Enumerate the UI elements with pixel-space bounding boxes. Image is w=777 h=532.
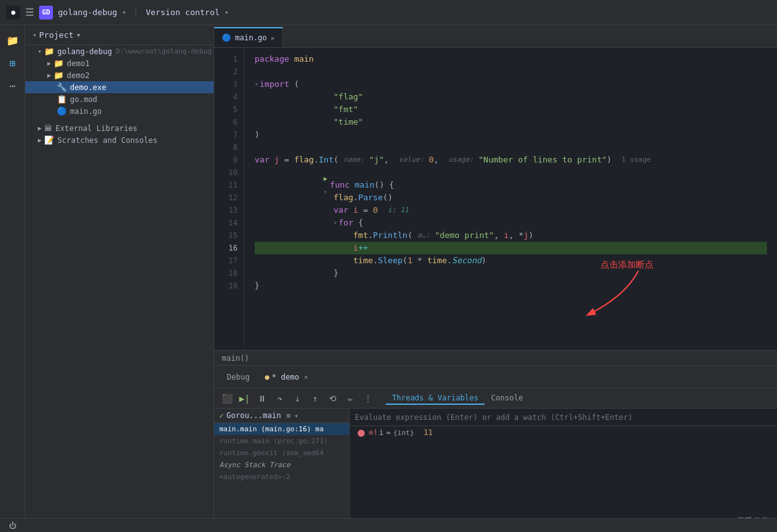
- ln-7: 7: [214, 128, 238, 141]
- var-indicator: ⊙!: [369, 428, 377, 437]
- thread-selector: ✓ Gorou...main ≡ ▾: [214, 409, 349, 423]
- nav-icon-structure[interactable]: ⊞: [3, 53, 23, 73]
- hamburger-icon[interactable]: ☰: [25, 6, 34, 18]
- folder-demo1-label: demo1: [67, 59, 89, 68]
- ln-2: 2: [214, 65, 238, 78]
- debug-step-over-button[interactable]: ↷: [272, 391, 287, 406]
- project-name[interactable]: golang-debug: [58, 8, 117, 17]
- tab-demo-close[interactable]: ✕: [304, 373, 308, 380]
- line-numbers: 1 2 3 4 5 6 7 8 9 10 11 12 13 14 15 16 1: [214, 48, 245, 350]
- debug-toolbar: ⬛ ▶| ⏸ ↷ ↓ ↑ ⟲ ✏ ⋮ Threads & Variables C…: [214, 388, 777, 409]
- nav-icon-more[interactable]: ⋯: [3, 76, 23, 96]
- ln-11: 11: [214, 179, 238, 191]
- stack-frame-0[interactable]: main.main (main.go:16) ma: [214, 423, 349, 435]
- debug-step-into-button[interactable]: ↓: [290, 391, 305, 406]
- expression-input[interactable]: [355, 413, 772, 422]
- editor-area: 1 2 3 4 5 6 7 8 9 10 11 12 13 14 15 16 1: [214, 48, 777, 350]
- tree-item-scratches[interactable]: ▶ 📝 Scratches and Consoles: [25, 134, 214, 146]
- ln-8: 8: [214, 141, 238, 154]
- tree-item-root[interactable]: ▾ 📁 golang-debug D:\wwwroot\golang-debug: [25, 45, 214, 57]
- project-badge: GD: [39, 6, 53, 20]
- tree-item-demo1[interactable]: ▶ 📁 demo1: [25, 57, 214, 69]
- debug-more-button[interactable]: ⋮: [360, 391, 376, 406]
- stack-frame-1[interactable]: runtime.main (proc.go:271): [214, 435, 349, 447]
- topbar: ● ☰ GD golang-debug ▾ | Version control …: [0, 0, 777, 25]
- panel-tab-console[interactable]: Console: [485, 392, 529, 405]
- tree-item-demo2[interactable]: ▶ 📁 demo2: [25, 69, 214, 81]
- expression-bar: [350, 409, 777, 426]
- nav-icon-files[interactable]: 📁: [3, 30, 23, 50]
- ln-19: 19: [214, 280, 238, 292]
- var-name-i: i: [379, 428, 383, 437]
- ln-10: 10: [214, 166, 238, 179]
- thread-list-icon[interactable]: ≡: [286, 411, 291, 420]
- ln-13: 13: [214, 204, 238, 217]
- code-line-2: [255, 65, 767, 78]
- content-area: 🔵 main.go ✕ 1 2 3 4 5 6 7 8 9: [214, 25, 777, 532]
- thread-name: Gorou...main: [226, 411, 281, 420]
- thread-checkmark: ✓: [219, 411, 224, 420]
- stack-frame-2[interactable]: runtime.goexit (asm_amd64: [214, 447, 349, 459]
- version-control-menu[interactable]: Version control: [146, 8, 219, 17]
- thread-selector-arrow[interactable]: ▾: [294, 412, 298, 419]
- run-indicator-11[interactable]: ▶: [324, 175, 328, 182]
- variable-row-i: ⬤ ⊙! i = {int} 11: [350, 426, 777, 439]
- file-main-go-label: main.go: [70, 107, 102, 116]
- tree-item-external-libs[interactable]: ▶ 🏛 External Libraries: [25, 122, 214, 134]
- tab-main-go[interactable]: 🔵 main.go ✕: [214, 27, 283, 47]
- code-line-18: }: [255, 267, 767, 280]
- code-line-8: [255, 141, 767, 154]
- code-line-1: package main: [255, 53, 767, 65]
- stack-frame-autogen[interactable]: <autogenerated>:2: [214, 471, 349, 483]
- statusbar: ⏻: [0, 518, 777, 532]
- threads-panel: ✓ Gorou...main ≡ ▾ main.main (main.go:16…: [214, 409, 350, 532]
- debug-resume-button[interactable]: ▶|: [237, 391, 252, 406]
- tab-demo-session[interactable]: ● * demo ✕: [260, 370, 313, 384]
- scratches-consoles-label: Scratches and Consoles: [57, 136, 158, 145]
- session-dot: ●: [265, 373, 269, 382]
- ln-16: 16: [214, 242, 238, 254]
- version-control-arrow[interactable]: ▾: [225, 9, 229, 16]
- sidebar: ▾ Project ▾ ▾ 📁 golang-debug D:\wwwroot\…: [25, 25, 214, 532]
- debug-pause-button[interactable]: ⏸: [255, 391, 270, 406]
- external-libraries-label: External Libraries: [55, 124, 137, 133]
- tree-item-main-go[interactable]: 🔵 main.go: [25, 105, 214, 117]
- code-line-9: var j = flag.Int( name: "j", value: 0, u…: [255, 154, 767, 166]
- root-folder-name: golang-debug: [57, 47, 112, 56]
- power-button[interactable]: ⏻: [5, 518, 20, 533]
- ln-17: 17: [214, 254, 238, 267]
- tab-debug[interactable]: Debug: [219, 370, 257, 384]
- debug-edit-button[interactable]: ✏: [343, 391, 358, 406]
- ln-14: 14: [214, 217, 238, 229]
- code-line-10: [255, 166, 767, 179]
- tree-item-demo-exe[interactable]: 🔧 demo.exe: [25, 81, 214, 93]
- breakpoint-marker-16[interactable]: 🍎: [245, 242, 252, 254]
- var-eq: =: [386, 428, 391, 437]
- bottom-area: Debug ● * demo ✕ ⬛ ▶| ⏸ ↷ ↓ ↑ ⟲: [214, 365, 777, 532]
- ln-3: 3: [214, 78, 238, 91]
- sidebar-dropdown[interactable]: ▾: [76, 30, 81, 40]
- debug-stop-button[interactable]: ⬛: [219, 391, 234, 406]
- ln-1: 1: [214, 53, 238, 65]
- debug-rerun-button[interactable]: ⟲: [325, 391, 340, 406]
- code-line-19: }: [255, 280, 767, 292]
- editor-tabs: 🔵 main.go ✕: [214, 25, 777, 48]
- ln-15: 15: [214, 229, 238, 242]
- code-line-7: ): [255, 128, 767, 141]
- editor-footer-text: main(): [222, 354, 249, 363]
- tree-item-go-mod[interactable]: 📋 go.mod: [25, 93, 214, 105]
- debug-panel-tabs: Threads & Variables Console: [386, 392, 529, 405]
- root-folder-path: D:\wwwroot\golang-debug: [116, 47, 212, 55]
- ln-18: 18: [214, 267, 238, 280]
- tab-demo-label: * demo: [272, 373, 299, 382]
- ln-6: 6: [214, 116, 238, 128]
- panel-tab-threads-variables[interactable]: Threads & Variables: [386, 392, 485, 405]
- ln-9: 9: [214, 154, 238, 166]
- debug-step-out-button[interactable]: ↑: [308, 391, 323, 406]
- app-icon: ●: [6, 6, 20, 20]
- project-dropdown-arrow[interactable]: ▾: [122, 9, 126, 16]
- code-content[interactable]: package main ▾ import ( "flag" "fmt": [245, 48, 777, 350]
- icon-bar: 📁 ⊞ ⋯: [0, 25, 25, 532]
- async-trace-label: Async Stack Trace: [214, 459, 349, 471]
- tab-close-main-go[interactable]: ✕: [271, 35, 275, 42]
